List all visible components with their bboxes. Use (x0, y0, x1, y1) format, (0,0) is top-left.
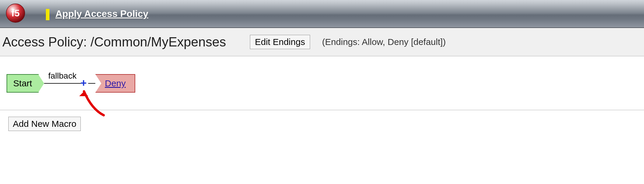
endings-summary-text: (Endings: Allow, Deny [default]) (322, 37, 446, 47)
deny-ending-node[interactable]: Deny (95, 74, 135, 93)
start-node-arrow-icon (38, 74, 44, 93)
svg-marker-2 (79, 91, 88, 96)
alert-marker-icon (46, 9, 49, 20)
deny-node-label: Deny (105, 78, 126, 88)
macro-toolbar: Add New Macro (0, 110, 644, 131)
start-node-label: Start (13, 78, 32, 88)
page-title: Access Policy: /Common/MyExpenses (2, 35, 226, 49)
svg-text:f5: f5 (11, 8, 20, 18)
add-action-plus-icon[interactable]: + (80, 78, 87, 88)
f5-logo-icon: f5 (5, 3, 26, 23)
edit-endings-button[interactable]: Edit Endings (250, 35, 310, 49)
top-banner: f5 Apply Access Policy (0, 0, 644, 28)
policy-flow-canvas: Start fallback + Deny (0, 56, 644, 110)
policy-title-bar: Access Policy: /Common/MyExpenses Edit E… (0, 28, 644, 56)
connector-line (88, 83, 96, 84)
branch-label: fallback (48, 71, 77, 81)
start-node[interactable]: Start (7, 74, 39, 93)
apply-access-policy-link[interactable]: Apply Access Policy (55, 8, 148, 19)
add-new-macro-button[interactable]: Add New Macro (8, 117, 81, 131)
connector-line (44, 83, 83, 84)
